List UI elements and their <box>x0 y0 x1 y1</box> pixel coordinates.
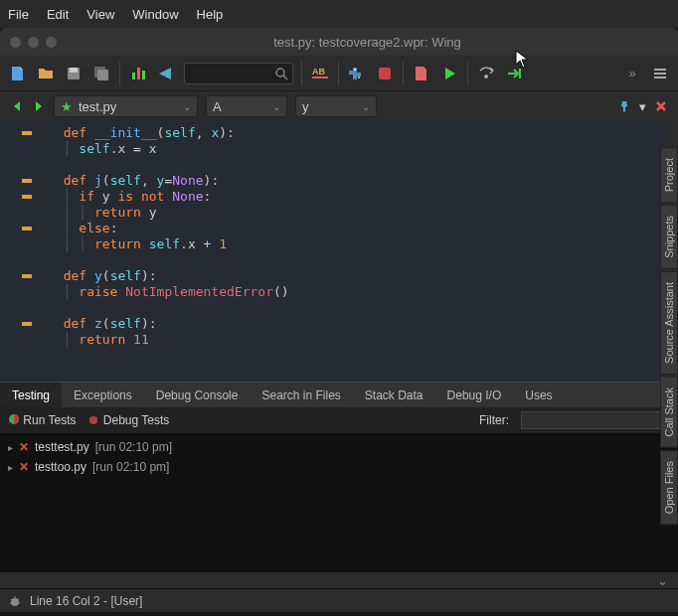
code-line[interactable]: │ │ return self.x + 1 <box>48 236 666 252</box>
chevron-down-icon: ⌄ <box>183 101 191 112</box>
file-selector[interactable]: ★ test.py ⌄ <box>54 95 198 117</box>
tab-debug-console[interactable]: Debug Console <box>144 383 251 407</box>
code-line[interactable]: │ return 11 <box>48 332 666 348</box>
panel-tab-open-files[interactable]: Open Files <box>660 450 678 525</box>
save-all-icon[interactable] <box>91 64 111 83</box>
toolbar-separator <box>467 62 468 85</box>
code-line[interactable]: │ else: <box>48 221 666 236</box>
disclosure-icon[interactable]: ▸ <box>8 442 13 453</box>
close-window-icon[interactable] <box>10 37 21 48</box>
stop-icon[interactable] <box>375 64 395 83</box>
run-icon[interactable] <box>439 64 459 83</box>
fold-mark-icon[interactable] <box>22 179 32 183</box>
panel-tab-project[interactable]: Project <box>660 147 678 203</box>
code-line[interactable] <box>48 157 666 173</box>
svg-rect-15 <box>519 69 521 78</box>
fold-mark-icon[interactable] <box>22 322 32 326</box>
star-icon: ★ <box>61 99 73 114</box>
tab-debug-io[interactable]: Debug I/O <box>435 383 514 407</box>
code-line[interactable]: │ raise NotImplementedError() <box>48 284 666 300</box>
editor-area: def __init__(self, x): │ self.x = x def … <box>0 121 678 382</box>
tab-stack-data[interactable]: Stack Data <box>353 383 435 407</box>
menu-window[interactable]: Window <box>132 7 178 22</box>
svg-line-8 <box>283 76 287 79</box>
cursor-position: Line 16 Col 2 - [User] <box>30 594 142 608</box>
code-line[interactable]: def j(self, y=None): <box>48 173 666 189</box>
tab-search-in-files[interactable]: Search in Files <box>250 383 352 407</box>
options-icon[interactable]: ▾ <box>639 99 646 114</box>
fold-mark-icon[interactable] <box>22 131 32 135</box>
tab-testing[interactable]: Testing <box>0 383 62 407</box>
nav-forward-icon[interactable] <box>32 99 46 113</box>
step-into-icon[interactable] <box>504 64 524 83</box>
symbol-selector[interactable]: y ⌄ <box>295 95 377 117</box>
right-panel-tabs: Project Snippets Source Assistant Call S… <box>660 147 678 527</box>
bug-icon[interactable] <box>8 594 22 608</box>
test-file-name: testtoo.py <box>35 460 86 474</box>
step-over-icon[interactable] <box>476 64 496 83</box>
code-line[interactable]: │ if y is not None: <box>48 189 666 205</box>
python-icon[interactable] <box>347 64 367 83</box>
pin-icon[interactable] <box>617 99 631 113</box>
test-run-time: [run 02:10 pm] <box>95 440 172 454</box>
tab-exceptions[interactable]: Exceptions <box>62 383 144 407</box>
test-result-row[interactable]: ▸✕testtest.py [run 02:10 pm] <box>8 437 670 457</box>
chevron-down-icon: ⌄ <box>272 101 280 112</box>
fold-mark-icon[interactable] <box>22 195 32 199</box>
test-file-name: testtest.py <box>35 440 89 454</box>
symbol-name: y <box>302 99 309 114</box>
class-selector[interactable]: A ⌄ <box>206 95 287 117</box>
disclosure-icon[interactable]: ▸ <box>8 462 13 473</box>
highlight-icon[interactable]: AB <box>310 64 330 83</box>
svg-point-11 <box>354 69 356 71</box>
code-line[interactable] <box>48 252 666 268</box>
menubar: File Edit View Window Help <box>0 0 678 28</box>
code-line[interactable]: def z(self): <box>48 316 666 332</box>
toolbar-search-input[interactable] <box>184 63 293 84</box>
panel-tab-source-assistant[interactable]: Source Assistant <box>660 271 678 375</box>
menu-help[interactable]: Help <box>197 7 224 22</box>
new-file-icon[interactable] <box>8 64 28 83</box>
svg-text:AB: AB <box>312 67 325 77</box>
menu-edit[interactable]: Edit <box>47 7 69 22</box>
save-icon[interactable] <box>64 64 84 83</box>
test-result-row[interactable]: ▸✕testtoo.py [run 02:10 pm] <box>8 457 670 477</box>
fold-mark-icon[interactable] <box>22 227 32 231</box>
coverage-icon[interactable] <box>128 64 148 83</box>
code-line[interactable]: def y(self): <box>48 268 666 284</box>
menu-file[interactable]: File <box>8 7 29 22</box>
goto-icon[interactable] <box>156 64 176 83</box>
panel-tab-call-stack[interactable]: Call Stack <box>660 377 678 448</box>
menu-view[interactable]: View <box>86 7 114 22</box>
window-title: test.py: testcoverage2.wpr: Wing <box>57 35 678 50</box>
filter-input[interactable] <box>521 411 670 429</box>
close-tab-icon[interactable] <box>654 99 668 113</box>
titlebar: test.py: testcoverage2.wpr: Wing <box>0 28 678 56</box>
svg-rect-6 <box>142 71 145 79</box>
panel-tab-snippets[interactable]: Snippets <box>660 205 678 269</box>
code-line[interactable]: │ self.x = x <box>48 141 666 157</box>
test-run-time: [run 02:10 pm] <box>92 460 169 474</box>
open-folder-icon[interactable] <box>36 64 56 83</box>
editor-nav-bar: ★ test.py ⌄ A ⌄ y ⌄ ▾ <box>0 91 678 121</box>
svg-point-12 <box>358 77 360 78</box>
editor-gutter[interactable] <box>0 121 38 382</box>
minimize-window-icon[interactable] <box>28 37 39 48</box>
toolbar-separator <box>301 62 302 85</box>
hamburger-icon[interactable] <box>650 64 670 83</box>
file-name: test.py <box>79 99 116 114</box>
code-line[interactable] <box>48 300 666 316</box>
debug-tests-button[interactable]: Debug Tests <box>87 413 169 427</box>
zoom-window-icon[interactable] <box>46 37 57 48</box>
expand-panel-icon[interactable]: ⌄ <box>657 573 668 588</box>
more-icon[interactable]: » <box>622 64 642 83</box>
debug-file-icon[interactable] <box>412 64 431 83</box>
class-name: A <box>213 99 222 114</box>
code-line[interactable]: def __init__(self, x): <box>48 125 666 141</box>
tab-uses[interactable]: Uses <box>513 383 564 407</box>
code-editor[interactable]: def __init__(self, x): │ self.x = x def … <box>38 121 666 382</box>
run-tests-button[interactable]: Run Tests <box>8 413 76 427</box>
code-line[interactable]: │ │ return y <box>48 205 666 221</box>
nav-back-icon[interactable] <box>10 99 24 113</box>
fold-mark-icon[interactable] <box>22 274 32 278</box>
